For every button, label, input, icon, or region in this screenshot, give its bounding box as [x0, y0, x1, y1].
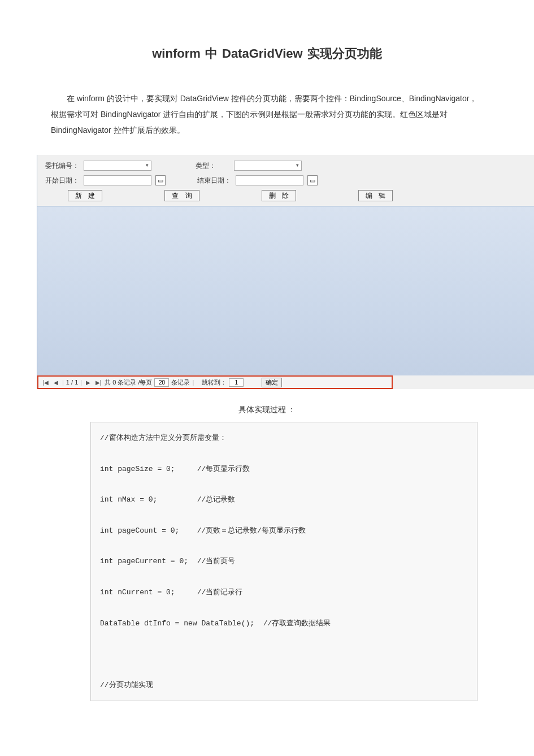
total-records-prefix: 共 0 条记录 /每页 [105, 378, 152, 387]
chevron-down-icon[interactable]: ▾ [144, 162, 150, 168]
id-label: 委托编号： [45, 161, 79, 171]
prev-page-icon[interactable]: ◀ [52, 378, 60, 386]
id-combo[interactable] [84, 161, 151, 171]
start-date-input[interactable] [84, 175, 151, 185]
intro-paragraph: 在 winform 的设计中，要实现对 DataGridView 控件的分页功能… [51, 90, 483, 138]
chevron-down-icon[interactable]: ▾ [294, 162, 300, 168]
implementation-heading: 具体实现过程 ： [51, 405, 483, 415]
binding-navigator: |◀ ◀ | 1 / 1 | ▶ ▶| 共 0 条记录 /每页 条记录 | 跳转… [37, 375, 393, 389]
winform-screenshot: 委托编号： ▾ 类型： ▾ 开始日期： ▭ 结束日期： ▭ 新 建 查 询 [37, 155, 534, 389]
total-records-suffix: 条记录 [171, 378, 190, 387]
page-position: 1 / 1 [66, 379, 78, 386]
first-page-icon[interactable]: |◀ [42, 378, 50, 386]
query-button[interactable]: 查 询 [164, 190, 199, 201]
datagridview[interactable] [37, 206, 534, 375]
calendar-icon[interactable]: ▭ [155, 175, 166, 185]
jump-label: 跳转到： [202, 378, 227, 387]
jump-ok-button[interactable]: 确定 [262, 378, 282, 387]
next-page-icon[interactable]: ▶ [84, 378, 92, 386]
separator: | [80, 379, 82, 386]
jump-page-input[interactable] [229, 378, 244, 387]
edit-button[interactable]: 编 辑 [358, 190, 393, 201]
end-date-label: 结束日期： [197, 176, 231, 185]
calendar-icon[interactable]: ▭ [307, 175, 318, 185]
end-date-input[interactable] [236, 175, 303, 185]
start-date-label: 开始日期： [45, 176, 79, 185]
new-button[interactable]: 新 建 [68, 190, 102, 201]
type-label: 类型： [196, 161, 216, 171]
separator: | [192, 379, 194, 386]
page-title: winform 中 DataGridView 实现分页功能 [51, 45, 483, 62]
filter-panel: 委托编号： ▾ 类型： ▾ 开始日期： ▭ 结束日期： ▭ 新 建 查 询 [37, 155, 534, 206]
page-size-input[interactable] [154, 378, 169, 387]
last-page-icon[interactable]: ▶| [94, 378, 102, 386]
delete-button[interactable]: 删 除 [262, 190, 296, 201]
code-block: //窗体构造方法中定义分页所需变量： int pageSize = 0; //每… [90, 422, 477, 701]
type-combo[interactable] [234, 161, 302, 171]
separator: | [62, 379, 64, 386]
